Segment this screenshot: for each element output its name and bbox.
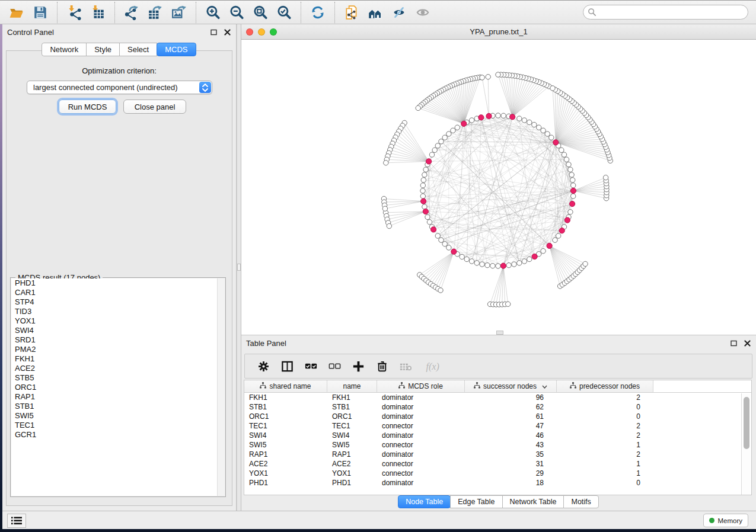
network-node[interactable] — [517, 261, 522, 265]
table-row-SWI4[interactable]: SWI4SWI4dominator462 — [244, 431, 751, 440]
network-node[interactable] — [568, 210, 573, 214]
tab-edge-table[interactable]: Edge Table — [450, 495, 502, 508]
network-node[interactable] — [532, 122, 537, 127]
mcds-result-item[interactable]: RAP1 — [11, 392, 225, 402]
refresh-layout-icon[interactable] — [308, 3, 328, 22]
hide-graphics-details-icon[interactable] — [389, 3, 409, 22]
optimization-criterion-select[interactable]: largest connected component (undirected) — [27, 81, 212, 94]
table-row-FKH1[interactable]: FKH1FKH1dominator962 — [244, 393, 751, 402]
network-node[interactable] — [469, 118, 474, 123]
network-node[interactable] — [571, 194, 576, 198]
mcds-hub-node[interactable] — [461, 121, 467, 126]
tab-mcds[interactable]: MCDS — [157, 43, 196, 56]
network-canvas[interactable] — [241, 40, 756, 335]
mcds-hub-node[interactable] — [559, 228, 564, 233]
network-node[interactable] — [496, 113, 500, 118]
mcds-result-item[interactable]: SWI5 — [11, 411, 225, 421]
mcds-hub-node[interactable] — [553, 140, 559, 145]
mcds-hub-node[interactable] — [479, 115, 484, 120]
open-file-icon[interactable] — [7, 3, 27, 22]
network-node[interactable] — [427, 220, 432, 225]
network-leaf-node[interactable] — [387, 223, 391, 228]
network-node[interactable] — [474, 261, 479, 265]
network-node[interactable] — [553, 238, 557, 242]
zoom-fit-icon[interactable] — [250, 3, 270, 22]
mcds-hub-node[interactable] — [564, 217, 570, 223]
select-all-columns-icon[interactable] — [304, 358, 318, 374]
mcds-result-item[interactable]: STP4 — [11, 297, 225, 307]
mcds-hub-node[interactable] — [547, 243, 552, 248]
vertical-split-divider[interactable] — [237, 24, 241, 511]
network-node[interactable] — [425, 214, 430, 219]
mcds-hub-node[interactable] — [570, 201, 575, 207]
network-leaf-node[interactable] — [496, 72, 500, 77]
network-node[interactable] — [422, 172, 427, 177]
network-leaf-node[interactable] — [603, 175, 608, 180]
network-node[interactable] — [549, 135, 554, 140]
mcds-result-item[interactable]: ORC1 — [11, 383, 225, 392]
clone-network-icon[interactable] — [342, 3, 362, 22]
first-neighbors-icon[interactable] — [365, 3, 385, 22]
table-row-PHD1[interactable]: PHD1PHD1dominator180 — [244, 478, 751, 488]
table-row-SWI5[interactable]: SWI5SWI5connector431 — [244, 440, 751, 450]
show-columns-panel-icon[interactable] — [280, 358, 294, 374]
network-node[interactable] — [446, 245, 451, 250]
table-row-STB1[interactable]: STB1STB1dominator620 — [244, 402, 751, 412]
scrollbar-thumb[interactable] — [744, 397, 749, 449]
mcds-hub-node[interactable] — [421, 198, 426, 204]
network-node[interactable] — [568, 167, 573, 172]
mcds-hub-node[interactable] — [486, 113, 492, 118]
network-leaf-node[interactable] — [550, 86, 555, 91]
network-leaf-node[interactable] — [416, 105, 420, 110]
table-row-ORC1[interactable]: ORC1ORC1dominator610 — [244, 412, 751, 421]
column-header-predecessor-nodes[interactable]: predecessor nodes — [557, 380, 653, 393]
network-node[interactable] — [559, 148, 564, 152]
network-node[interactable] — [571, 183, 576, 188]
network-node[interactable] — [522, 259, 527, 264]
mcds-hub-node[interactable] — [451, 249, 457, 254]
zoom-in-icon[interactable] — [203, 3, 223, 22]
import-table-icon[interactable] — [88, 3, 108, 22]
mcds-hub-node[interactable] — [532, 254, 537, 259]
network-node[interactable] — [480, 262, 484, 267]
network-node[interactable] — [527, 257, 532, 261]
table-row-YOX1[interactable]: YOX1YOX1connector291 — [244, 469, 751, 478]
tab-select[interactable]: Select — [119, 43, 157, 56]
mcds-result-item[interactable]: PMA2 — [11, 345, 225, 354]
mcds-result-item[interactable]: PHD1 — [11, 278, 225, 288]
network-node[interactable] — [556, 233, 561, 238]
network-leaf-node[interactable] — [506, 302, 511, 306]
network-node[interactable] — [421, 178, 426, 182]
search-input[interactable] — [583, 5, 748, 20]
network-node[interactable] — [432, 148, 437, 152]
tab-network-table[interactable]: Network Table — [502, 495, 564, 508]
network-node[interactable] — [442, 135, 447, 140]
mcds-result-item[interactable]: STB1 — [11, 402, 225, 411]
network-node[interactable] — [496, 264, 500, 268]
mcds-hub-node[interactable] — [510, 114, 515, 120]
network-node[interactable] — [464, 257, 469, 261]
mcds-result-item[interactable]: TEC1 — [11, 421, 225, 430]
mcds-result-item[interactable]: CAR1 — [11, 288, 225, 297]
network-node[interactable] — [469, 259, 474, 264]
mcds-hub-node[interactable] — [431, 227, 436, 232]
result-list-scrollbar[interactable] — [217, 278, 225, 496]
network-node[interactable] — [564, 157, 569, 162]
mcds-result-item[interactable]: STB5 — [11, 373, 225, 383]
network-leaf-node[interactable] — [384, 161, 388, 165]
network-node[interactable] — [562, 152, 566, 157]
tab-node-table[interactable]: Node Table — [398, 495, 451, 508]
table-row-ACE2[interactable]: ACE2ACE2connector311 — [244, 459, 751, 469]
network-node[interactable] — [420, 194, 425, 198]
network-node[interactable] — [545, 132, 550, 136]
network-node[interactable] — [423, 167, 428, 172]
close-panel-button[interactable]: Close panel — [123, 100, 186, 114]
table-row-TEC1[interactable]: TEC1TEC1connector472 — [244, 421, 751, 431]
network-node[interactable] — [527, 120, 532, 124]
run-mcds-button[interactable]: Run MCDS — [59, 100, 116, 114]
network-leaf-node[interactable] — [480, 75, 484, 80]
network-node[interactable] — [506, 263, 511, 268]
table-options-gear-icon[interactable] — [257, 358, 270, 374]
zoom-selected-icon[interactable] — [274, 3, 294, 22]
network-node[interactable] — [435, 233, 440, 238]
